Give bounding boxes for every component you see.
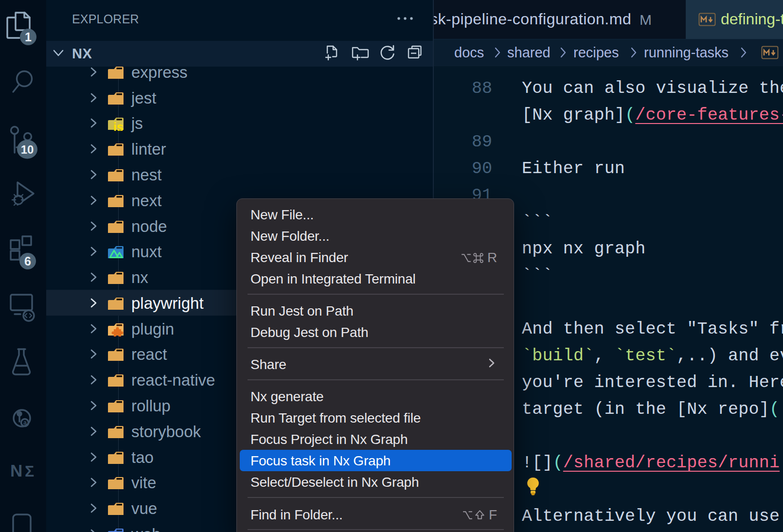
svg-text:6: 6 (24, 254, 31, 268)
svg-text:1: 1 (25, 30, 32, 44)
svg-text:js: js (113, 120, 124, 131)
svg-text:N: N (10, 461, 22, 480)
svg-text:a: a (23, 419, 27, 426)
svg-text:10: 10 (21, 143, 34, 156)
svg-text:Σ: Σ (25, 462, 34, 480)
